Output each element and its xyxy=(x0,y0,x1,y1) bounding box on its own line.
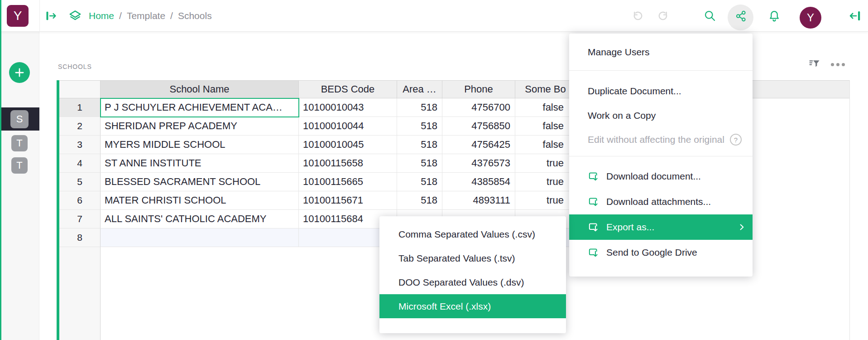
submenu-item-csv[interactable]: Comma Separated Values (.csv) xyxy=(379,222,566,246)
grid-right-edge xyxy=(849,80,850,340)
menu-item-export-as[interactable]: Export as... xyxy=(569,214,753,240)
cell-area[interactable]: 518 xyxy=(397,191,442,210)
breadcrumb-document[interactable]: Schools xyxy=(178,10,212,21)
menu-divider xyxy=(569,70,753,71)
cell-phone[interactable]: 4756425 xyxy=(442,136,515,154)
column-header-area[interactable]: Area … xyxy=(397,80,442,98)
menu-item-work-on-copy-hint: Edit without affecting the original ? xyxy=(569,127,753,152)
menu-item-manage-users[interactable]: Manage Users xyxy=(569,40,753,64)
sidebar-item-t2[interactable]: T xyxy=(11,157,28,174)
add-page-button[interactable] xyxy=(9,62,30,83)
column-header-some-bool[interactable]: Some Bo xyxy=(515,80,576,98)
row-number[interactable]: 7 xyxy=(59,210,101,228)
menu-item-download-attachments[interactable]: Download attachments... xyxy=(569,189,753,214)
row-number[interactable]: 1 xyxy=(59,98,101,117)
download-icon xyxy=(587,196,599,208)
download-icon xyxy=(587,247,599,258)
menu-item-send-to-google-drive[interactable]: Send to Google Drive xyxy=(569,240,753,265)
cell-phone[interactable]: 4385854 xyxy=(442,173,515,191)
cell-some-bool[interactable]: true xyxy=(515,173,576,191)
cell-some-bool[interactable]: true xyxy=(515,154,576,173)
cell-beds-code[interactable]: 10100010045 xyxy=(299,136,397,154)
cell-some-bool[interactable]: false xyxy=(515,98,576,117)
row-number[interactable]: 2 xyxy=(59,117,101,136)
breadcrumb-separator: / xyxy=(119,10,122,21)
cell-school-name[interactable]: ALL SAINTS' CATHOLIC ACADEMY xyxy=(101,210,299,228)
sidebar-item-schools[interactable]: S xyxy=(10,110,29,128)
page-sidebar: S T T xyxy=(0,32,39,340)
menu-item-duplicate-document[interactable]: Duplicate Document... xyxy=(569,79,753,103)
breadcrumb-workspace[interactable]: Template xyxy=(127,10,165,21)
collapse-right-icon[interactable] xyxy=(847,0,863,32)
cell-phone[interactable]: 4893111 xyxy=(442,191,515,210)
cell-some-bool[interactable]: true xyxy=(515,191,576,210)
row-number[interactable]: 3 xyxy=(59,136,101,154)
cell-phone[interactable]: 4756700 xyxy=(442,98,515,117)
open-panel-icon[interactable] xyxy=(43,0,59,32)
left-accent-strip xyxy=(0,0,1,340)
sort-filter-icon[interactable] xyxy=(808,58,821,71)
bell-icon[interactable] xyxy=(767,0,782,32)
cell-phone[interactable]: 4376573 xyxy=(442,154,515,173)
cell-beds-code[interactable]: 10100115658 xyxy=(299,154,397,173)
help-icon[interactable]: ? xyxy=(730,134,742,146)
cell-school-name[interactable]: MYERS MIDDLE SCHOOL xyxy=(101,136,299,154)
cell-school-name[interactable]: ST ANNE INSTITUTE xyxy=(101,154,299,173)
search-icon[interactable] xyxy=(702,0,718,32)
section-accent-bar xyxy=(57,80,59,340)
cell-school-name[interactable] xyxy=(101,228,299,247)
cell-some-bool[interactable]: false xyxy=(515,136,576,154)
submenu-item-tsv[interactable]: Tab Separated Values (.tsv) xyxy=(379,246,566,270)
cell-school-name[interactable]: BLESSED SACRAMENT SCHOOL xyxy=(101,173,299,191)
row-number[interactable]: 4 xyxy=(59,154,101,173)
breadcrumb-separator: / xyxy=(170,10,173,21)
cell-area[interactable]: 518 xyxy=(397,173,442,191)
cell-phone[interactable]: 4756850 xyxy=(442,117,515,136)
section-toolbar xyxy=(808,58,845,71)
share-icon[interactable] xyxy=(733,0,748,32)
cell-area[interactable]: 518 xyxy=(397,117,442,136)
submenu-item-dsv[interactable]: DOO Separated Values (.dsv) xyxy=(379,270,566,294)
org-logo[interactable]: Y xyxy=(7,5,29,27)
section-title: SCHOOLS xyxy=(58,63,92,70)
user-avatar[interactable]: Y xyxy=(800,7,821,29)
share-menu: Manage Users Duplicate Document... Work … xyxy=(569,34,753,277)
cell-beds-code[interactable]: 10100010043 xyxy=(299,98,397,117)
cell-area[interactable]: 518 xyxy=(397,98,442,117)
download-icon xyxy=(587,221,599,233)
app-window: Y Home / Template / Schools xyxy=(0,0,868,340)
row-number[interactable]: 5 xyxy=(59,173,101,191)
menu-item-work-on-copy[interactable]: Work on a Copy xyxy=(569,103,753,127)
menu-divider xyxy=(569,156,753,156)
undo-icon[interactable] xyxy=(629,0,645,32)
cell-area[interactable]: 518 xyxy=(397,136,442,154)
cell-school-name[interactable]: SHERIDAN PREP ACADEMY xyxy=(101,117,299,136)
redo-icon[interactable] xyxy=(656,0,671,32)
submenu-item-xlsx[interactable]: Microsoft Excel (.xlsx) xyxy=(379,294,566,318)
download-icon xyxy=(587,170,599,182)
row-number[interactable]: 6 xyxy=(59,191,101,210)
logo-area: Y xyxy=(0,0,40,32)
breadcrumb: Home / Template / Schools xyxy=(89,0,212,32)
sidebar-item-t1[interactable]: T xyxy=(11,135,28,151)
menu-item-download-document[interactable]: Download document... xyxy=(569,164,753,189)
cell-beds-code[interactable]: 10100115671 xyxy=(299,191,397,210)
cell-area[interactable]: 518 xyxy=(397,154,442,173)
column-header-school-name[interactable]: School Name xyxy=(101,80,299,98)
cell-school-name[interactable]: MATER CHRISTI SCHOOL xyxy=(101,191,299,210)
cell-beds-code[interactable]: 10100010044 xyxy=(299,117,397,136)
column-header-beds-code[interactable]: BEDS Code xyxy=(299,80,397,98)
top-bar: Y Home / Template / Schools xyxy=(0,0,868,32)
column-header-gutter[interactable] xyxy=(59,80,101,98)
submenu-chevron-icon xyxy=(737,223,746,232)
export-submenu: Comma Separated Values (.csv) Tab Separa… xyxy=(379,216,566,333)
column-header-phone[interactable]: Phone xyxy=(442,80,515,98)
breadcrumb-home[interactable]: Home xyxy=(89,10,114,21)
row-gutter-extension xyxy=(59,247,101,340)
cell-school-name[interactable]: P J SCHUYLER ACHIEVEMENT ACA… xyxy=(101,98,299,117)
more-options-icon[interactable] xyxy=(831,63,845,66)
cell-some-bool[interactable]: false xyxy=(515,117,576,136)
row-number[interactable]: 8 xyxy=(59,228,101,247)
cell-beds-code[interactable]: 10100115665 xyxy=(299,173,397,191)
pages-icon[interactable] xyxy=(67,0,83,32)
